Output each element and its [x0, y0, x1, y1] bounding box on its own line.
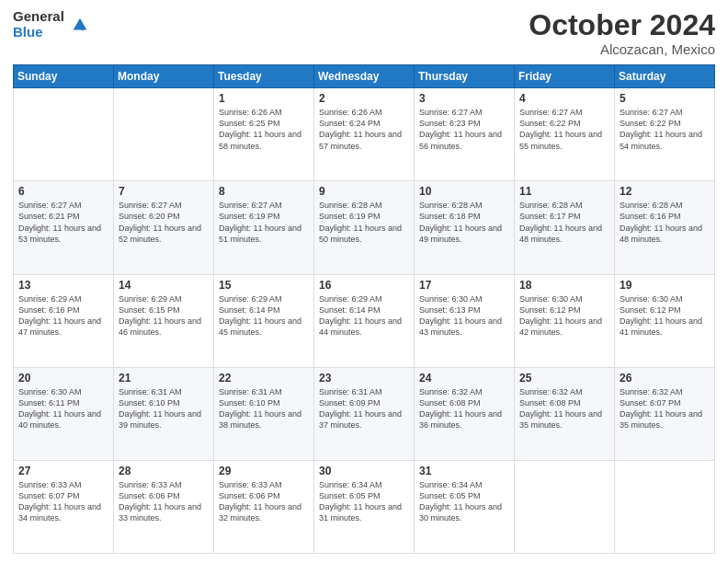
day-number: 27 [18, 465, 108, 477]
day-number: 23 [319, 372, 409, 385]
day-info: Sunrise: 6:33 AM Sunset: 6:07 PM Dayligh… [18, 479, 108, 524]
day-number: 16 [319, 279, 409, 292]
day-info: Sunrise: 6:28 AM Sunset: 6:19 PM Dayligh… [319, 200, 409, 245]
weekday-header: Wednesday [314, 65, 415, 88]
weekday-header-row: SundayMondayTuesdayWednesdayThursdayFrid… [14, 65, 715, 88]
day-info: Sunrise: 6:34 AM Sunset: 6:05 PM Dayligh… [419, 479, 509, 524]
calendar-cell [114, 88, 214, 181]
day-number: 22 [219, 372, 309, 385]
logo-blue: Blue [13, 25, 64, 40]
logo-text: General Blue [13, 9, 64, 40]
calendar-week-row: 13Sunrise: 6:29 AM Sunset: 6:16 PM Dayli… [14, 274, 715, 367]
calendar-cell: 6Sunrise: 6:27 AM Sunset: 6:21 PM Daylig… [14, 181, 114, 274]
day-info: Sunrise: 6:27 AM Sunset: 6:23 PM Dayligh… [419, 107, 509, 152]
day-info: Sunrise: 6:30 AM Sunset: 6:13 PM Dayligh… [419, 293, 509, 339]
weekday-header: Friday [515, 65, 615, 88]
day-number: 30 [319, 465, 409, 477]
location: Alcozacan, Mexico [529, 41, 715, 57]
weekday-header: Sunday [14, 65, 114, 88]
day-info: Sunrise: 6:29 AM Sunset: 6:14 PM Dayligh… [219, 293, 309, 339]
day-info: Sunrise: 6:28 AM Sunset: 6:18 PM Dayligh… [419, 200, 509, 245]
calendar-cell: 13Sunrise: 6:29 AM Sunset: 6:16 PM Dayli… [14, 274, 114, 367]
calendar-cell: 26Sunrise: 6:32 AM Sunset: 6:07 PM Dayli… [615, 367, 715, 460]
calendar-cell: 22Sunrise: 6:31 AM Sunset: 6:10 PM Dayli… [214, 367, 314, 460]
page: General Blue October 2024 Alcozacan, Mex… [0, 0, 728, 563]
day-number: 1 [219, 92, 309, 105]
calendar-cell: 15Sunrise: 6:29 AM Sunset: 6:14 PM Dayli… [214, 274, 314, 367]
day-info: Sunrise: 6:29 AM Sunset: 6:16 PM Dayligh… [18, 293, 108, 339]
day-number: 12 [620, 185, 710, 198]
calendar-cell: 4Sunrise: 6:27 AM Sunset: 6:22 PM Daylig… [515, 88, 615, 181]
day-number: 21 [119, 372, 209, 385]
calendar-cell: 8Sunrise: 6:27 AM Sunset: 6:19 PM Daylig… [214, 181, 314, 274]
calendar-cell: 18Sunrise: 6:30 AM Sunset: 6:12 PM Dayli… [515, 274, 615, 367]
day-number: 9 [319, 185, 409, 198]
calendar-cell: 9Sunrise: 6:28 AM Sunset: 6:19 PM Daylig… [314, 181, 415, 274]
calendar-cell: 29Sunrise: 6:33 AM Sunset: 6:06 PM Dayli… [214, 460, 314, 553]
calendar-cell: 12Sunrise: 6:28 AM Sunset: 6:16 PM Dayli… [615, 181, 715, 274]
weekday-header: Thursday [415, 65, 515, 88]
day-number: 11 [519, 185, 609, 198]
day-number: 31 [419, 465, 509, 477]
day-info: Sunrise: 6:29 AM Sunset: 6:15 PM Dayligh… [119, 293, 209, 339]
calendar-table: SundayMondayTuesdayWednesdayThursdayFrid… [13, 64, 715, 554]
day-number: 18 [519, 279, 609, 292]
day-number: 10 [419, 185, 509, 198]
weekday-header: Tuesday [214, 65, 314, 88]
day-number: 15 [219, 279, 309, 292]
calendar-cell: 10Sunrise: 6:28 AM Sunset: 6:18 PM Dayli… [415, 181, 515, 274]
calendar-cell: 24Sunrise: 6:32 AM Sunset: 6:08 PM Dayli… [415, 367, 515, 460]
calendar-cell: 19Sunrise: 6:30 AM Sunset: 6:12 PM Dayli… [615, 274, 715, 367]
day-info: Sunrise: 6:28 AM Sunset: 6:17 PM Dayligh… [519, 200, 609, 245]
calendar-week-row: 20Sunrise: 6:30 AM Sunset: 6:11 PM Dayli… [14, 367, 715, 460]
calendar-cell: 31Sunrise: 6:34 AM Sunset: 6:05 PM Dayli… [415, 460, 515, 553]
day-number: 25 [519, 372, 609, 385]
day-number: 4 [519, 92, 609, 105]
day-number: 3 [419, 92, 509, 105]
calendar-cell: 30Sunrise: 6:34 AM Sunset: 6:05 PM Dayli… [314, 460, 415, 553]
weekday-header: Monday [114, 65, 214, 88]
calendar-cell: 16Sunrise: 6:29 AM Sunset: 6:14 PM Dayli… [314, 274, 415, 367]
month-title: October 2024 [529, 9, 715, 41]
day-info: Sunrise: 6:27 AM Sunset: 6:19 PM Dayligh… [219, 200, 309, 245]
day-info: Sunrise: 6:31 AM Sunset: 6:10 PM Dayligh… [119, 386, 209, 431]
logo-general: General [13, 9, 64, 25]
day-info: Sunrise: 6:32 AM Sunset: 6:07 PM Dayligh… [620, 386, 710, 431]
day-number: 28 [119, 465, 209, 477]
day-info: Sunrise: 6:27 AM Sunset: 6:22 PM Dayligh… [519, 107, 609, 152]
header: General Blue October 2024 Alcozacan, Mex… [13, 9, 715, 57]
day-info: Sunrise: 6:33 AM Sunset: 6:06 PM Dayligh… [219, 479, 309, 524]
day-number: 14 [119, 279, 209, 292]
day-number: 17 [419, 279, 509, 292]
day-info: Sunrise: 6:30 AM Sunset: 6:12 PM Dayligh… [620, 293, 710, 339]
calendar-cell [515, 460, 615, 553]
calendar-cell: 25Sunrise: 6:32 AM Sunset: 6:08 PM Dayli… [515, 367, 615, 460]
calendar-cell: 14Sunrise: 6:29 AM Sunset: 6:15 PM Dayli… [114, 274, 214, 367]
calendar-cell: 5Sunrise: 6:27 AM Sunset: 6:22 PM Daylig… [615, 88, 715, 181]
day-info: Sunrise: 6:27 AM Sunset: 6:22 PM Dayligh… [620, 107, 710, 152]
calendar-cell: 21Sunrise: 6:31 AM Sunset: 6:10 PM Dayli… [114, 367, 214, 460]
calendar-cell: 1Sunrise: 6:26 AM Sunset: 6:25 PM Daylig… [214, 88, 314, 181]
day-number: 20 [18, 372, 108, 385]
day-info: Sunrise: 6:30 AM Sunset: 6:12 PM Dayligh… [519, 293, 609, 339]
day-info: Sunrise: 6:26 AM Sunset: 6:25 PM Dayligh… [219, 107, 309, 152]
calendar-week-row: 1Sunrise: 6:26 AM Sunset: 6:25 PM Daylig… [14, 88, 715, 181]
calendar-cell [615, 460, 715, 553]
day-info: Sunrise: 6:27 AM Sunset: 6:21 PM Dayligh… [18, 200, 108, 245]
calendar-cell: 11Sunrise: 6:28 AM Sunset: 6:17 PM Dayli… [515, 181, 615, 274]
day-number: 8 [219, 185, 309, 198]
day-number: 29 [219, 465, 309, 477]
day-info: Sunrise: 6:33 AM Sunset: 6:06 PM Dayligh… [119, 479, 209, 524]
day-number: 26 [620, 372, 710, 385]
title-block: October 2024 Alcozacan, Mexico [529, 9, 715, 57]
day-number: 2 [319, 92, 409, 105]
day-info: Sunrise: 6:28 AM Sunset: 6:16 PM Dayligh… [620, 200, 710, 245]
day-info: Sunrise: 6:26 AM Sunset: 6:24 PM Dayligh… [319, 107, 409, 152]
day-number: 19 [620, 279, 710, 292]
day-info: Sunrise: 6:31 AM Sunset: 6:10 PM Dayligh… [219, 386, 309, 431]
logo-icon [70, 15, 90, 35]
calendar-cell: 27Sunrise: 6:33 AM Sunset: 6:07 PM Dayli… [14, 460, 114, 553]
calendar-cell: 28Sunrise: 6:33 AM Sunset: 6:06 PM Dayli… [114, 460, 214, 553]
calendar-cell: 3Sunrise: 6:27 AM Sunset: 6:23 PM Daylig… [415, 88, 515, 181]
day-info: Sunrise: 6:32 AM Sunset: 6:08 PM Dayligh… [419, 386, 509, 431]
